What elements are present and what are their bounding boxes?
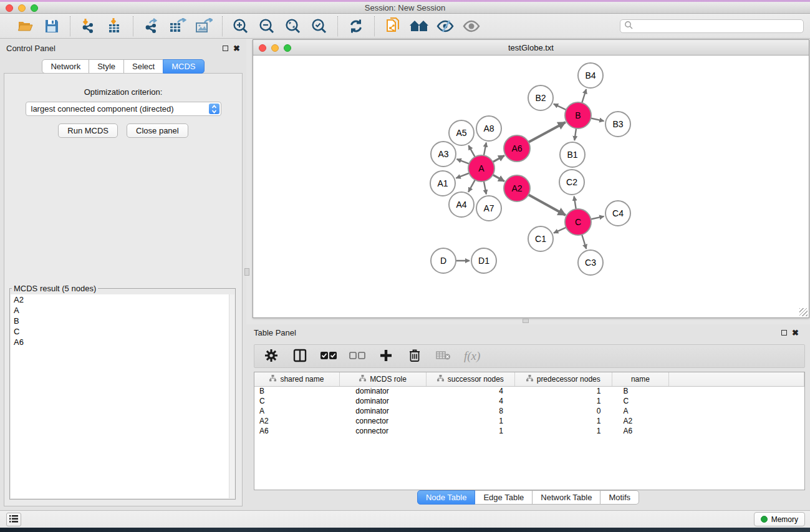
task-history-button[interactable]	[6, 513, 21, 526]
minimize-window-button[interactable]	[18, 4, 26, 12]
table-cell[interactable]: connector	[339, 426, 426, 436]
table-cell[interactable]: dominator	[339, 406, 426, 416]
column-header-MCDS-role[interactable]: MCDS role	[339, 372, 426, 386]
show-hide-panel-button[interactable]	[461, 16, 482, 36]
graph-node-A7[interactable]: A7	[476, 196, 501, 221]
criterion-select[interactable]: largest connected component (directed)	[26, 102, 221, 116]
table-cell[interactable]: 0	[514, 406, 612, 416]
open-session-button[interactable]	[15, 16, 36, 36]
column-header-name[interactable]: name	[612, 372, 669, 386]
table-cell[interactable]: 1	[514, 426, 612, 436]
search-field[interactable]	[620, 19, 804, 33]
graph-node-D[interactable]: D	[431, 248, 456, 273]
zoom-in-button[interactable]	[230, 16, 251, 36]
zoom-fit-button[interactable]	[282, 16, 304, 36]
network-window-titlebar[interactable]: testGlobe.txt	[253, 40, 809, 56]
table-cell[interactable]: A	[254, 406, 339, 416]
create-column-button[interactable]	[378, 348, 394, 364]
table-cell[interactable]: 1	[514, 396, 612, 406]
horizontal-divider-grip[interactable]	[523, 319, 529, 323]
graph-node-B2[interactable]: B2	[528, 85, 553, 110]
close-window-button[interactable]	[6, 4, 13, 12]
search-input[interactable]	[633, 21, 803, 32]
zoom-selected-button[interactable]	[309, 16, 330, 36]
column-header-successor-nodes[interactable]: successor nodes	[427, 372, 514, 386]
table-cell[interactable]: A2	[254, 416, 339, 426]
tab-network-table[interactable]: Network Table	[532, 490, 600, 505]
graph-node-B4[interactable]: B4	[578, 63, 603, 88]
show-column-button[interactable]	[292, 348, 308, 364]
run-mcds-button[interactable]: Run MCDS	[58, 123, 118, 138]
import-table-button[interactable]	[104, 16, 125, 36]
memory-button[interactable]: Memory	[754, 512, 805, 526]
graph-node-B1[interactable]: B1	[560, 142, 585, 167]
table-cell[interactable]: B	[612, 386, 669, 396]
table-cell[interactable]: 1	[427, 426, 514, 436]
table-settings-button[interactable]	[263, 348, 279, 364]
table-cell[interactable]: 8	[427, 406, 514, 416]
graph-node-A8[interactable]: A8	[476, 116, 501, 141]
network-minimize-button[interactable]	[271, 44, 279, 52]
network-canvas[interactable]: B4B2BB3A8A5A6B1A3AC2A1A2A4A7C4CC1C3DD1	[253, 56, 809, 317]
table-cell[interactable]: C	[254, 396, 339, 406]
graph-node-A4[interactable]: A4	[449, 192, 474, 217]
table-cell[interactable]: A	[612, 406, 669, 416]
result-list-item[interactable]: A6	[11, 337, 234, 347]
result-list-item[interactable]: C	[11, 326, 234, 337]
close-panel-button[interactable]: Close panel	[127, 123, 188, 138]
result-list-item[interactable]: A	[11, 305, 234, 316]
export-network-button[interactable]	[141, 16, 162, 36]
import-network-button[interactable]	[78, 16, 99, 36]
tab-mcds[interactable]: MCDS	[163, 59, 204, 74]
clone-network-button[interactable]	[382, 16, 403, 36]
graph-node-A6[interactable]: A6	[504, 135, 530, 162]
graph-node-C3[interactable]: C3	[578, 250, 603, 275]
tab-edge-table[interactable]: Edge Table	[475, 490, 533, 505]
close-panel-icon[interactable]: ✖	[233, 44, 240, 52]
refresh-button[interactable]	[345, 16, 367, 36]
table-cell[interactable]: C	[612, 396, 669, 406]
column-header-shared-name[interactable]: shared name	[254, 372, 339, 386]
toggle-details-button[interactable]	[435, 16, 456, 36]
graph-node-A3[interactable]: A3	[431, 142, 456, 167]
tab-network[interactable]: Network	[42, 59, 89, 74]
graph-node-A5[interactable]: A5	[449, 120, 474, 145]
export-image-button[interactable]	[193, 16, 215, 36]
graph-node-B[interactable]: B	[565, 102, 591, 128]
table-cell[interactable]: 1	[514, 416, 612, 426]
table-cell[interactable]: dominator	[339, 396, 426, 406]
panel-divider-grip[interactable]	[244, 268, 249, 276]
graph-node-C[interactable]: C	[565, 209, 591, 235]
network-zoom-button[interactable]	[284, 44, 291, 52]
graph-node-B3[interactable]: B3	[605, 112, 630, 137]
tab-select[interactable]: Select	[123, 59, 163, 74]
float-table-panel-icon[interactable]	[781, 330, 787, 336]
tab-node-table[interactable]: Node Table	[417, 490, 476, 505]
save-session-button[interactable]	[41, 16, 62, 36]
table-cell[interactable]: A2	[612, 416, 669, 426]
result-list-item[interactable]: B	[11, 316, 234, 326]
network-close-button[interactable]	[259, 44, 266, 52]
table-cell[interactable]: connector	[339, 416, 426, 426]
tab-motifs[interactable]: Motifs	[600, 490, 639, 505]
table-cell[interactable]: 1	[514, 386, 612, 396]
graph-node-C2[interactable]: C2	[559, 170, 584, 195]
graph-node-C1[interactable]: C1	[528, 226, 553, 251]
result-list-item[interactable]: A2	[11, 294, 234, 305]
export-table-button[interactable]	[167, 16, 188, 36]
table-cell[interactable]: A6	[254, 426, 339, 436]
column-header-predecessor-nodes[interactable]: predecessor nodes	[514, 372, 612, 386]
delete-table-button[interactable]	[435, 348, 451, 364]
graph-node-A[interactable]: A	[468, 155, 494, 181]
select-all-button[interactable]	[321, 348, 337, 364]
home-view-button[interactable]	[408, 16, 430, 36]
table-cell[interactable]: B	[254, 386, 339, 396]
deselect-all-button[interactable]	[349, 348, 365, 364]
graph-node-D1[interactable]: D1	[471, 248, 496, 273]
float-panel-icon[interactable]	[223, 46, 228, 51]
window-resize-grip[interactable]	[799, 308, 808, 316]
graph-node-C4[interactable]: C4	[605, 201, 630, 226]
close-table-panel-icon[interactable]: ✖	[792, 329, 799, 337]
graph-node-A2[interactable]: A2	[504, 175, 530, 201]
table-cell[interactable]: 4	[427, 396, 514, 406]
